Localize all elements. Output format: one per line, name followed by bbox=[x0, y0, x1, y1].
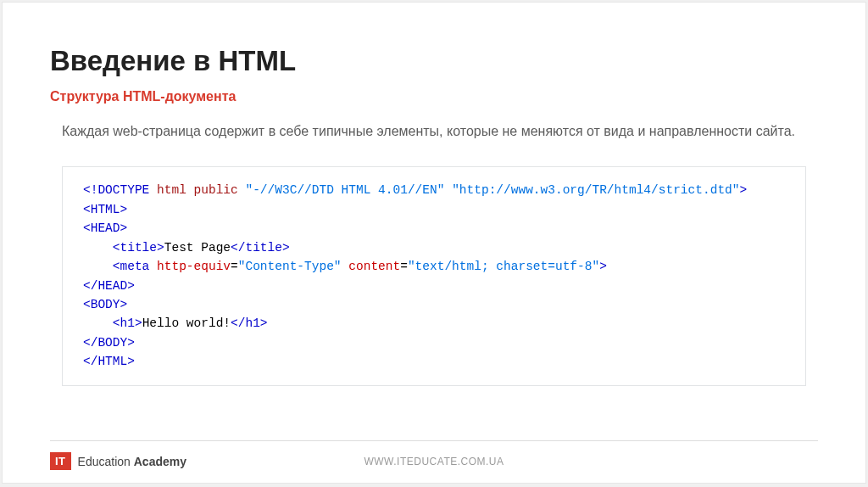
h1-close: </h1> bbox=[231, 316, 268, 330]
h1-open: <h1> bbox=[113, 316, 142, 330]
doctype-close: > bbox=[739, 183, 747, 197]
code-block: <!DOCTYPE html public "-//W3C//DTD HTML … bbox=[62, 166, 806, 386]
description-text: Каждая web-страница содержит в себе типи… bbox=[50, 121, 818, 141]
meta-close: > bbox=[599, 260, 607, 273]
title-close: </title> bbox=[231, 241, 290, 255]
doctype-kw: <!DOCTYPE bbox=[83, 183, 149, 197]
h1-text: Hello world! bbox=[142, 316, 231, 330]
body-open: <BODY> bbox=[83, 298, 127, 311]
footer-url: WWW.ITEDUCATE.COM.UA bbox=[364, 456, 504, 467]
page-title: Введение в HTML bbox=[50, 45, 818, 77]
meta-attr1-name: http-equiv bbox=[157, 260, 231, 273]
head-close: </HEAD> bbox=[83, 279, 135, 293]
meta-attr2-val: "text/html; charset=utf-8" bbox=[408, 260, 599, 273]
page-subtitle: Структура HTML-документа bbox=[50, 89, 818, 104]
slide: Введение в HTML Структура HTML-документа… bbox=[2, 2, 866, 484]
footer: IT Education Academy WWW.ITEDUCATE.COM.U… bbox=[50, 440, 818, 474]
logo: IT Education Academy bbox=[50, 452, 186, 470]
doctype-str2: "http://www.w3.org/TR/html4/strict.dtd" bbox=[452, 183, 739, 197]
meta-open: <meta bbox=[113, 260, 150, 273]
doctype-html: html bbox=[157, 183, 186, 197]
doctype-str1: "-//W3C//DTD HTML 4.01//EN" bbox=[245, 183, 444, 197]
doctype-public: public bbox=[194, 183, 238, 197]
head-open: <HEAD> bbox=[83, 221, 127, 235]
meta-attr1-val: "Content-Type" bbox=[238, 260, 342, 273]
logo-text: Education Academy bbox=[78, 455, 186, 468]
meta-attr2-name: content bbox=[348, 260, 400, 273]
logo-text-light: Education bbox=[78, 455, 134, 468]
title-open: <title> bbox=[113, 241, 164, 255]
body-close: </BODY> bbox=[83, 336, 135, 350]
logo-badge: IT bbox=[50, 452, 71, 470]
title-text: Test Page bbox=[164, 241, 231, 255]
html-close: </HTML> bbox=[83, 355, 135, 368]
html-open: <HTML> bbox=[83, 203, 127, 216]
logo-text-bold: Academy bbox=[134, 455, 186, 468]
